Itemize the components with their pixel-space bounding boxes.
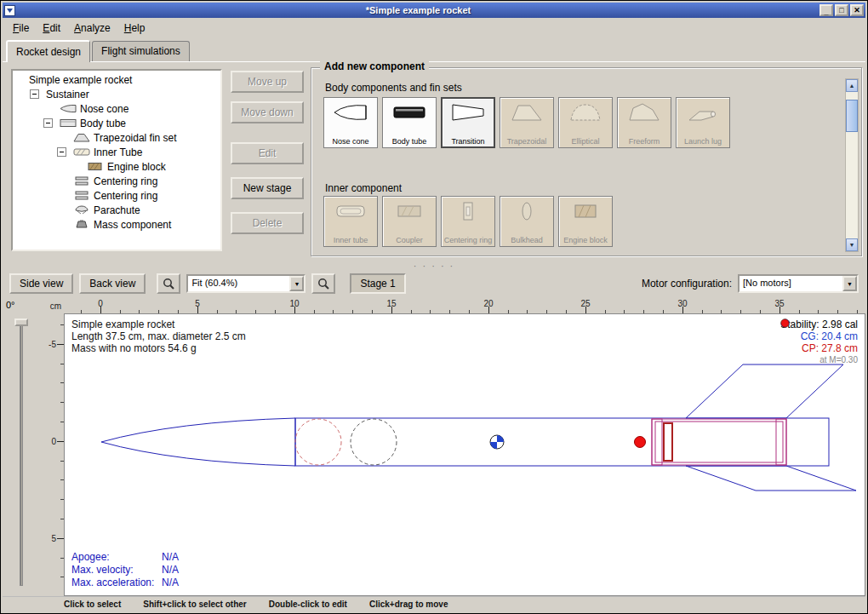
tree-item-inner-tube[interactable]: Inner Tube: [13, 145, 220, 159]
launch-lug-icon: [684, 101, 722, 123]
move-up-button[interactable]: Move up: [231, 71, 304, 93]
menu-file[interactable]: File: [6, 20, 36, 36]
delete-button[interactable]: Delete: [231, 212, 304, 234]
back-view-button[interactable]: Back view: [79, 273, 146, 294]
centering-ring-icon: [73, 191, 90, 200]
view-toolbar: Side view Back view Fit (60.4%) ▼ Stage …: [3, 269, 865, 298]
body-component-buttons: Nose cone Body tube Transition Trapezoid…: [323, 97, 730, 148]
engine-block-outline[interactable]: [664, 423, 672, 461]
titlebar[interactable]: *Simple example rocket _ □ ✕: [3, 3, 865, 18]
menubar: File Edit Analyze Help: [3, 18, 865, 38]
rotation-value: 0°: [6, 300, 15, 310]
tree-item-sustainer[interactable]: Sustainer: [13, 87, 220, 101]
body-tube-icon: [391, 101, 428, 123]
move-down-button[interactable]: Move down: [231, 101, 304, 123]
stability-info: Stability: 2.98 cal CG: 20.4 cm CP: 27.8…: [780, 318, 858, 366]
zoom-select[interactable]: Fit (60.4%) ▼: [186, 274, 306, 293]
scroll-down-arrow[interactable]: ▼: [846, 238, 858, 251]
nose-cone-icon: [60, 104, 77, 113]
tree-item-centering-ring-2[interactable]: Centering ring: [13, 188, 220, 203]
tab-rocket-design[interactable]: Rocket design: [6, 40, 90, 62]
inner-tube-button[interactable]: Inner tube: [323, 196, 378, 247]
chevron-down-icon[interactable]: ▼: [289, 276, 304, 291]
tree-item-nose-cone[interactable]: Nose cone: [13, 101, 220, 116]
elliptical-fin-icon: [567, 101, 604, 123]
zoom-in-button[interactable]: [157, 273, 180, 294]
minimize-button[interactable]: _: [819, 4, 833, 16]
rotation-control: 0°: [3, 298, 42, 596]
centering-ring-icon: [73, 176, 90, 186]
tree-item-mass-component[interactable]: Mass component: [13, 217, 220, 232]
nose-cone-button[interactable]: Nose cone: [323, 97, 378, 148]
tree-item-rocket[interactable]: Simple example rocket: [13, 72, 220, 87]
body-tube-outline[interactable]: [295, 418, 829, 466]
tree-item-body-tube[interactable]: Body tube: [13, 116, 220, 130]
cp-marker: [635, 437, 646, 448]
rocket-info: Simple example rocket Length 37.5 cm, ma…: [71, 318, 246, 354]
nose-cone-outline[interactable]: [101, 418, 295, 466]
elliptical-fin-button[interactable]: Elliptical: [558, 97, 613, 148]
coupler-icon: [391, 200, 428, 222]
side-view-button[interactable]: Side view: [9, 273, 73, 294]
splitter-handle[interactable]: [3, 261, 865, 269]
parachute-outline[interactable]: [295, 419, 341, 465]
engine-block-button[interactable]: Engine block: [558, 196, 613, 247]
menu-edit[interactable]: Edit: [36, 20, 67, 36]
rocket-plot[interactable]: Simple example rocket Length 37.5 cm, ma…: [64, 313, 865, 596]
cp-icon: [780, 318, 790, 328]
nose-cone-icon: [332, 101, 369, 123]
menu-analyze[interactable]: Analyze: [67, 20, 117, 36]
new-stage-button[interactable]: New stage: [231, 177, 304, 199]
zoom-out-button[interactable]: [311, 273, 335, 294]
add-new-component-group: Add new component Body components and fi…: [311, 67, 862, 256]
tree-item-engine-block[interactable]: Engine block: [13, 159, 220, 174]
engine-block-icon: [567, 200, 604, 222]
component-panel-scrollbar: ▲ ▼: [845, 78, 859, 252]
menu-help[interactable]: Help: [117, 20, 152, 36]
tree-item-centering-ring-1[interactable]: Centering ring: [13, 174, 220, 188]
body-tube-icon: [60, 118, 77, 128]
trapezoidal-fin-icon: [508, 101, 545, 123]
freeform-fin-button[interactable]: Freeform: [617, 97, 671, 148]
tree-item-parachute[interactable]: Parachute: [13, 203, 220, 217]
magnifier-icon: [163, 278, 174, 290]
motor-configuration-select[interactable]: [No motors] ▼: [738, 274, 859, 293]
coupler-button[interactable]: Coupler: [382, 196, 437, 247]
inner-component-buttons: Inner tube Coupler Centering ring Bulkhe…: [323, 196, 613, 247]
centering-ring-button[interactable]: Centering ring: [441, 196, 495, 247]
inner-tube-icon: [73, 147, 90, 157]
main-tabs: Rocket design Flight simulations: [3, 38, 865, 62]
maximize-button[interactable]: □: [835, 4, 848, 16]
bulkhead-button[interactable]: Bulkhead: [500, 196, 554, 247]
fin-lower-outline[interactable]: [686, 466, 856, 491]
launch-lug-button[interactable]: Launch lug: [676, 97, 730, 148]
expander-icon[interactable]: [43, 118, 53, 128]
rocket-drawing[interactable]: [65, 314, 865, 596]
body-tube-button[interactable]: Body tube: [382, 97, 437, 148]
mass-component-outline[interactable]: [351, 419, 397, 465]
close-button[interactable]: ✕: [850, 4, 864, 16]
magnifier-icon: [317, 278, 329, 290]
horizontal-ruler: 0 5 10 15 20 25 30 35: [64, 298, 865, 313]
stage-1-toggle[interactable]: Stage 1: [350, 273, 405, 294]
ruler-unit-label: cm: [42, 298, 64, 313]
rotation-slider-handle[interactable]: [14, 318, 28, 326]
fin-upper-outline[interactable]: [686, 364, 843, 418]
trapezoidal-fin-button[interactable]: Trapezoidal: [500, 97, 554, 148]
centering-ring-icon: [449, 200, 487, 222]
scroll-up-arrow[interactable]: ▲: [846, 79, 858, 92]
tree-item-fin-set[interactable]: Trapezoidal fin set: [13, 130, 220, 145]
tab-flight-simulations[interactable]: Flight simulations: [92, 41, 190, 61]
app-icon[interactable]: [4, 5, 15, 16]
fin-set-icon: [73, 133, 90, 142]
cp-value: CP: 27.8 cm: [780, 342, 858, 354]
transition-button[interactable]: Transition: [441, 97, 495, 148]
scroll-thumb[interactable]: [846, 100, 858, 132]
cg-value: CG: 20.4 cm: [780, 330, 858, 342]
component-tree: Simple example rocket Sustainer Nose con…: [11, 69, 222, 251]
expander-icon[interactable]: [57, 147, 66, 157]
chevron-down-icon[interactable]: ▼: [842, 276, 857, 291]
edit-button[interactable]: Edit: [231, 142, 304, 164]
expander-icon[interactable]: [30, 89, 39, 99]
freeform-fin-icon: [625, 101, 663, 123]
